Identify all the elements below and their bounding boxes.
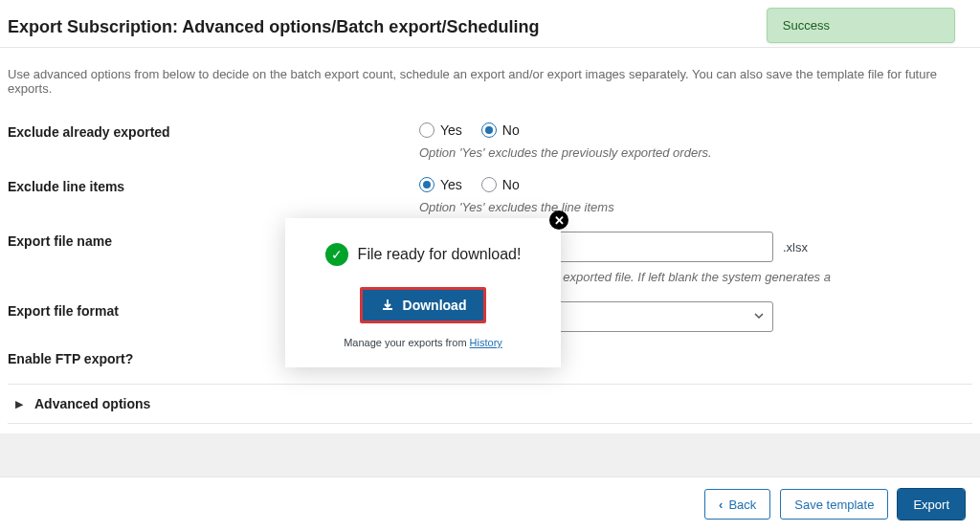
back-button[interactable]: ‹ Back: [704, 489, 770, 520]
manage-exports-text: Manage your exports from History: [304, 337, 542, 348]
modal-title: File ready for download!: [358, 246, 522, 263]
check-circle-icon: ✓: [325, 243, 348, 266]
success-toast: Success: [767, 8, 955, 43]
exclude-line-items-label: Exclude line items: [8, 177, 419, 194]
radio-label: Yes: [440, 177, 462, 192]
download-modal: ✕ ✓ File ready for download! Download Ma…: [285, 218, 561, 367]
exclude-line-items-help: Option 'Yes' excludes the line items: [419, 200, 972, 214]
radio-label: No: [502, 177, 520, 192]
download-icon: [380, 298, 395, 313]
exclude-line-items-no-radio[interactable]: No: [481, 177, 520, 192]
advanced-options-accordion[interactable]: ▶ Advanced options: [8, 384, 972, 424]
chevron-left-icon: ‹: [719, 498, 723, 512]
radio-label: Yes: [440, 122, 462, 138]
save-label: Save template: [794, 498, 874, 512]
toast-text: Success: [783, 18, 830, 33]
download-label: Download: [403, 298, 467, 313]
exclude-exported-no-radio[interactable]: No: [481, 122, 520, 138]
file-ext-label: .xlsx: [783, 240, 808, 254]
save-template-button[interactable]: Save template: [780, 489, 888, 520]
radio-label: No: [502, 122, 520, 138]
back-label: Back: [728, 498, 756, 512]
history-link[interactable]: History: [470, 337, 502, 348]
radio-icon: [481, 177, 497, 192]
chevron-down-icon: [753, 310, 765, 324]
export-label: Export: [913, 498, 949, 512]
exclude-line-items-yes-radio[interactable]: Yes: [419, 177, 462, 192]
exclude-exported-help: Option 'Yes' excludes the previously exp…: [419, 145, 972, 160]
radio-icon: [419, 122, 434, 138]
intro-text: Use advanced options from below to decid…: [8, 67, 972, 96]
export-button[interactable]: Export: [898, 489, 965, 520]
close-icon[interactable]: ✕: [549, 210, 568, 230]
accordion-title: Advanced options: [34, 396, 150, 411]
exclude-exported-yes-radio[interactable]: Yes: [419, 122, 462, 138]
footer-bar: ‹ Back Save template Export: [0, 476, 980, 531]
radio-icon: [419, 177, 434, 192]
caret-right-icon: ▶: [15, 398, 23, 410]
radio-icon: [481, 122, 497, 138]
download-button[interactable]: Download: [360, 287, 487, 323]
exclude-exported-label: Exclude already exported: [8, 122, 419, 140]
